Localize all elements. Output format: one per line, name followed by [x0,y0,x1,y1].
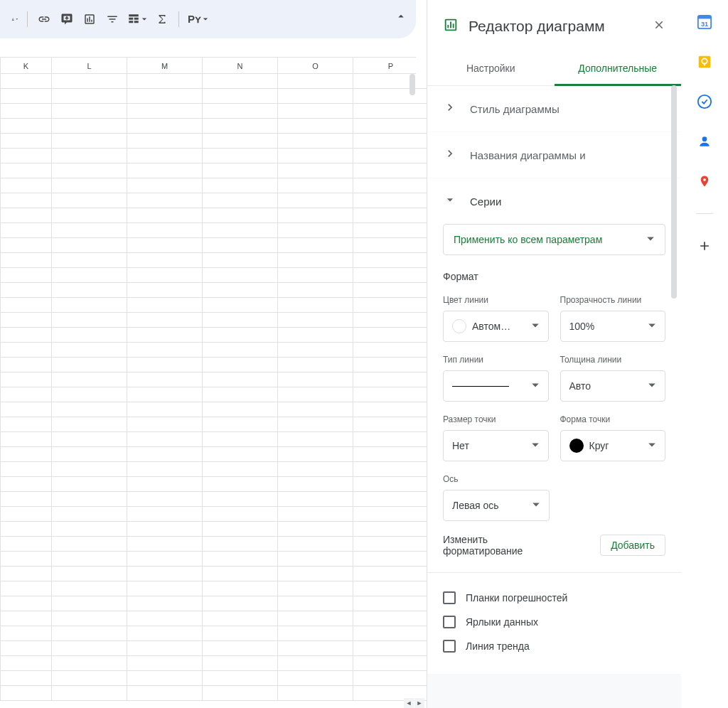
column-header-M[interactable]: M [127,58,203,73]
cell[interactable] [52,238,127,253]
cell[interactable] [52,223,127,238]
cell[interactable] [278,253,353,268]
cell[interactable] [353,223,429,238]
cell[interactable] [0,552,52,567]
cell[interactable] [52,89,127,104]
cell[interactable] [0,477,52,492]
cell[interactable] [278,522,353,537]
cell[interactable] [353,193,429,208]
cell[interactable] [0,283,52,298]
cell[interactable] [278,298,353,313]
cell[interactable] [353,298,429,313]
cell[interactable] [278,89,353,104]
cell[interactable] [353,104,429,119]
cell[interactable] [353,477,429,492]
cell[interactable] [203,447,278,462]
cell[interactable] [127,581,203,596]
cell[interactable] [353,283,429,298]
cell[interactable] [52,387,127,402]
cell[interactable] [127,372,203,387]
cell[interactable] [0,611,52,626]
cell[interactable] [278,641,353,656]
cell[interactable] [278,104,353,119]
cell[interactable] [52,298,127,313]
cell[interactable] [52,104,127,119]
cell[interactable] [278,238,353,253]
cell[interactable] [203,89,278,104]
cell[interactable] [52,178,127,193]
cell[interactable] [127,402,203,417]
cell[interactable] [52,119,127,134]
cell[interactable] [278,119,353,134]
cell[interactable] [203,223,278,238]
cell[interactable] [203,104,278,119]
contacts-app-icon[interactable] [697,134,712,149]
cell[interactable] [203,343,278,358]
cell[interactable] [278,432,353,447]
add-button[interactable]: Добавить [600,535,665,556]
line-type-select[interactable] [443,370,549,402]
checkbox-data-labels[interactable]: Ярлыки данных [443,610,665,634]
cell[interactable] [127,253,203,268]
cell[interactable] [203,417,278,432]
maps-app-icon[interactable] [697,173,712,189]
insert-chart-button[interactable] [79,9,100,30]
cell[interactable] [52,596,127,611]
cell[interactable] [0,656,52,671]
cell[interactable] [203,253,278,268]
cell[interactable] [203,656,278,671]
close-button[interactable] [653,18,665,34]
cell[interactable] [203,193,278,208]
cell[interactable] [278,372,353,387]
line-color-select[interactable]: Автом… [443,311,549,342]
cell[interactable] [52,537,127,552]
cell[interactable] [0,343,52,358]
cell[interactable] [127,313,203,328]
cell[interactable] [353,74,429,89]
column-header-O[interactable]: O [278,58,353,73]
cell[interactable] [0,149,52,163]
cell[interactable] [127,178,203,193]
cell[interactable] [127,462,203,477]
cell[interactable] [203,611,278,626]
cell[interactable] [278,626,353,641]
cell[interactable] [278,417,353,432]
cell[interactable] [0,119,52,134]
cell[interactable] [0,163,52,178]
cell[interactable] [127,611,203,626]
cell[interactable] [203,671,278,686]
insert-link-button[interactable] [33,9,55,30]
cell[interactable] [127,89,203,104]
cell[interactable] [0,447,52,462]
tab-customize[interactable]: Дополнительные [555,53,682,86]
cell[interactable] [127,686,203,701]
cell[interactable] [353,552,429,567]
axis-select[interactable]: Левая ось [443,490,550,521]
cell[interactable] [278,358,353,372]
grid-rows[interactable] [0,74,416,701]
cell[interactable] [52,328,127,343]
cell[interactable] [0,402,52,417]
cell[interactable] [278,313,353,328]
cell[interactable] [127,298,203,313]
cell[interactable] [0,641,52,656]
cell[interactable] [127,223,203,238]
cell[interactable] [278,507,353,522]
cell[interactable] [0,522,52,537]
cell[interactable] [127,537,203,552]
cell[interactable] [127,74,203,89]
cell[interactable] [353,507,429,522]
cell[interactable] [52,522,127,537]
column-header-P[interactable]: P [353,58,429,73]
cell[interactable] [278,462,353,477]
cell[interactable] [203,492,278,507]
panel-body[interactable]: Стиль диаграммы Названия диаграммы и Сер… [427,86,681,708]
cell[interactable] [353,671,429,686]
insert-comment-button[interactable] [56,9,77,30]
column-header-N[interactable]: N [203,58,278,73]
cell[interactable] [127,477,203,492]
cell[interactable] [0,268,52,283]
cell[interactable] [0,417,52,432]
calendar-app-icon[interactable]: 31 [697,14,712,30]
cell[interactable] [278,283,353,298]
